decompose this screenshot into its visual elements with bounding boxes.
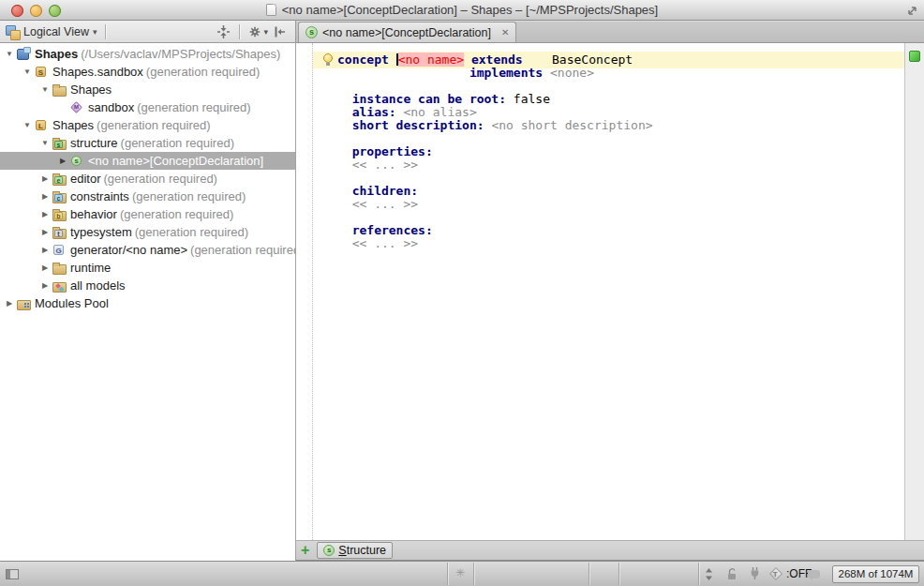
behavior-icon: b: [52, 208, 67, 220]
tree-expand-arrow[interactable]: ▼: [39, 85, 51, 94]
intention-bulb-icon[interactable]: [323, 53, 333, 63]
tree-item-name: Shapes: [70, 83, 112, 97]
code-line[interactable]: << ... >>: [313, 198, 904, 211]
code-line[interactable]: [313, 132, 904, 145]
model-icon: [69, 101, 84, 113]
code-line[interactable]: [313, 172, 904, 185]
titlebar[interactable]: <no name>[ConceptDeclaration] – Shapes –…: [0, 0, 924, 21]
analysis-status-indicator[interactable]: [909, 51, 920, 62]
concept-editor[interactable]: concept <no name> extends BaseConcept im…: [296, 43, 924, 540]
statusbar-separator: [447, 563, 448, 585]
code-segment: [337, 66, 469, 80]
power-plug-icon[interactable]: [749, 566, 761, 583]
minimize-window-button[interactable]: [30, 5, 42, 17]
tree-row[interactable]: ▼Shapes: [0, 81, 295, 98]
tree-row[interactable]: ▼SShapes.sandbox (generation required): [0, 63, 295, 81]
close-tab-icon[interactable]: [501, 27, 509, 38]
stepper-icon[interactable]: [705, 568, 713, 583]
tree-row[interactable]: sandbox (generation required): [0, 98, 295, 116]
notifications-icon[interactable]: [808, 570, 820, 578]
hide-panel-icon[interactable]: [273, 25, 286, 38]
error-stripe[interactable]: [904, 43, 924, 540]
tree-row[interactable]: ▶all models: [0, 277, 295, 294]
tree-item-suffix: (generation required): [190, 243, 295, 257]
project-toolbar: Logical View ▾: [0, 21, 296, 43]
code-segment: BaseConcept: [552, 53, 633, 67]
typesystem-indicator-icon[interactable]: T: [769, 567, 782, 580]
folder-icon: [52, 262, 67, 274]
code-line[interactable]: short description: <no short description…: [313, 119, 904, 132]
project-tree: ▼Shapes (/Users/vaclav/MPSProjects/Shape…: [0, 43, 295, 561]
tree-expand-arrow[interactable]: ▶: [4, 299, 15, 308]
code-line[interactable]: implements <none>: [313, 67, 904, 80]
code-line[interactable]: references:: [313, 224, 904, 237]
tree-expand-arrow[interactable]: ▶: [39, 210, 51, 218]
tree-row[interactable]: ▼Shapes (/Users/vaclav/MPSProjects/Shape…: [0, 45, 295, 63]
memory-indicator[interactable]: 268M of 1074M: [832, 565, 919, 583]
code-segment: <no short description>: [491, 118, 652, 132]
code-line[interactable]: << ... >>: [313, 158, 904, 172]
tree-expand-arrow[interactable]: ▶: [39, 281, 51, 290]
tree-expand-arrow[interactable]: ▶: [39, 246, 51, 254]
background-tasks-icon: [455, 566, 465, 579]
tree-row[interactable]: ▶eeditor (generation required): [0, 170, 295, 188]
tree-item-suffix: (generation required): [146, 65, 260, 79]
tab-structure[interactable]: Structure: [317, 542, 393, 559]
toolbar-row: Logical View ▾: [0, 21, 924, 43]
tree-expand-arrow[interactable]: ▶: [39, 228, 51, 236]
editor-tab[interactable]: <no name>[ConceptDeclaration]: [298, 22, 516, 42]
code-segment: short description:: [352, 118, 484, 132]
code-segment: children:: [352, 184, 418, 198]
code-segment: <no name>: [398, 53, 464, 67]
tree-expand-arrow[interactable]: ▼: [22, 68, 33, 76]
tree-expand-arrow[interactable]: ▶: [57, 157, 68, 165]
tree-expand-arrow[interactable]: ▶: [39, 263, 51, 272]
close-window-button[interactable]: [11, 5, 23, 17]
tree-item-name: constraints: [70, 189, 129, 203]
code-area[interactable]: concept <no name> extends BaseConcept im…: [296, 43, 904, 540]
tree-item-suffix: (generation required): [135, 225, 248, 239]
chevron-down-icon: ▾: [263, 27, 268, 37]
scroll-from-source-icon[interactable]: [216, 25, 231, 38]
tree-row[interactable]: ▶ttypesystem (generation required): [0, 223, 295, 241]
folder-icon: [52, 83, 67, 96]
tree-row[interactable]: ▶Modules Pool: [0, 294, 295, 312]
code-segment: <none>: [550, 66, 594, 80]
settings-gear-icon[interactable]: ▾: [248, 25, 268, 38]
tree-row[interactable]: ▶runtime: [0, 259, 295, 277]
code-segment: [337, 92, 352, 106]
zoom-window-button[interactable]: [49, 5, 61, 17]
code-line[interactable]: instance can be root: false: [313, 93, 904, 106]
code-line[interactable]: alias: <no alias>: [313, 106, 904, 119]
code-line[interactable]: << ... >>: [313, 237, 904, 250]
tree-expand-arrow[interactable]: ▼: [39, 139, 51, 147]
code-line[interactable]: properties:: [313, 145, 904, 158]
tree-expand-arrow[interactable]: ▶: [39, 174, 51, 183]
code-line[interactable]: [313, 211, 904, 224]
tree-expand-arrow[interactable]: ▼: [22, 121, 33, 129]
view-selector[interactable]: Logical View ▾: [0, 21, 102, 42]
code-line[interactable]: children:: [313, 185, 904, 198]
tree-row[interactable]: ▶bbehavior (generation required): [0, 205, 295, 223]
solution-icon: S: [34, 66, 49, 78]
concept-icon: [306, 26, 318, 38]
code-segment: [337, 158, 352, 172]
tree-row[interactable]: ▶Ggenerator/<no name> (generation requir…: [0, 241, 295, 259]
tree-row[interactable]: ▼sstructure (generation required): [0, 134, 295, 152]
window-title: <no name>[ConceptDeclaration] – Shapes –…: [282, 3, 658, 17]
tree-row[interactable]: ▶cconstraints (generation required): [0, 188, 295, 205]
tree-row[interactable]: ▶s<no name>[ConceptDeclaration]: [0, 152, 295, 170]
tree-item-suffix: (generation required): [104, 172, 217, 186]
fullscreen-icon[interactable]: [906, 5, 918, 17]
toolwindow-toggle-icon[interactable]: [6, 569, 19, 579]
add-aspect-button[interactable]: +: [301, 543, 309, 558]
tree-expand-arrow[interactable]: ▼: [4, 50, 15, 58]
lock-icon[interactable]: [726, 567, 738, 583]
tree-item-name: <no name>[ConceptDeclaration]: [88, 154, 263, 168]
typesystem-icon: t: [52, 226, 67, 238]
tree-expand-arrow[interactable]: ▶: [39, 192, 51, 201]
editor-bottom-tabs: + Structure: [296, 540, 924, 561]
code-line[interactable]: concept <no name> extends BaseConcept: [313, 53, 904, 67]
tree-row[interactable]: ▼LShapes (generation required): [0, 116, 295, 134]
code-line[interactable]: [313, 80, 904, 93]
